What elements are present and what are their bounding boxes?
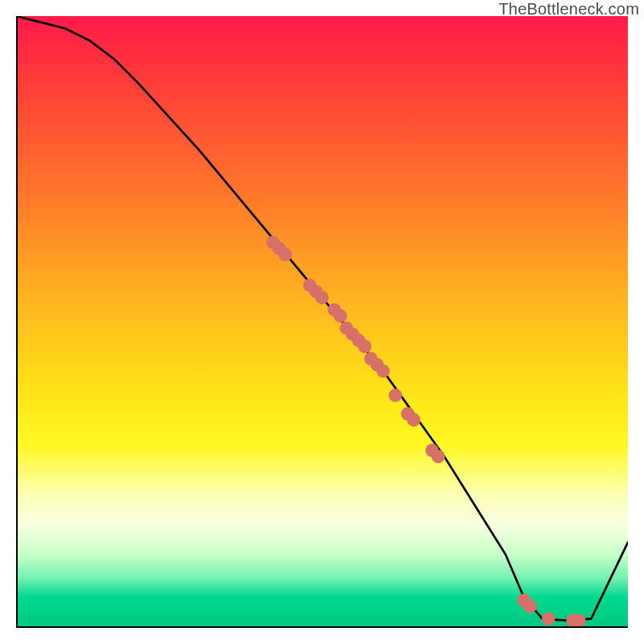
plot-area: [16, 16, 628, 628]
chart-container: TheBottleneck.com: [0, 0, 644, 644]
heat-gradient-background: [16, 16, 628, 628]
